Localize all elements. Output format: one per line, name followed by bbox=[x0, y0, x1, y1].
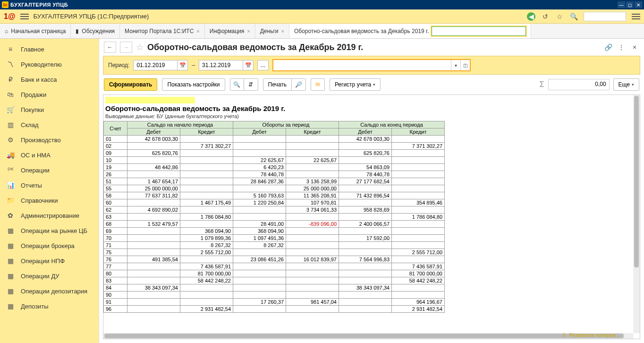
email-button[interactable]: ✉ bbox=[311, 78, 325, 91]
org-filter-input[interactable] bbox=[273, 60, 451, 70]
sidebar-icon: ≡ bbox=[7, 45, 14, 53]
table-row[interactable]: 8358 442 248,2258 442 248,22 bbox=[104, 277, 445, 284]
register-button[interactable]: Регистр учета ▾ bbox=[330, 78, 381, 91]
show-settings-button[interactable]: Показать настройки bbox=[162, 78, 225, 91]
sidebar-label: Покупки bbox=[21, 106, 44, 113]
tab-discuss[interactable]: ▮ Обсуждения bbox=[71, 24, 120, 38]
favorite-star-icon[interactable]: ☆ bbox=[136, 42, 144, 52]
table-row[interactable]: 90 bbox=[104, 292, 445, 299]
sidebar-item[interactable]: ▦Операции ДУ bbox=[0, 268, 99, 283]
close-tab-icon[interactable]: × bbox=[281, 28, 284, 34]
more-button[interactable]: Еще ▾ bbox=[613, 78, 639, 91]
table-row[interactable]: 631 786 084,801 786 084,80 bbox=[104, 214, 445, 221]
history-icon[interactable]: ↺ bbox=[541, 12, 550, 21]
forward-button[interactable]: → bbox=[120, 42, 132, 53]
table-row[interactable]: 5525 000 000,0025 000 000,00 bbox=[104, 185, 445, 192]
sidebar-item[interactable]: 〽Руководителю bbox=[0, 57, 99, 72]
calendar-icon[interactable]: 📅 bbox=[243, 60, 254, 70]
dropdown-icon[interactable]: ▾ bbox=[451, 60, 460, 70]
scrollbar-vertical[interactable] bbox=[633, 95, 640, 333]
sidebar-label: Главное bbox=[21, 46, 44, 53]
star-icon[interactable]: ☆ bbox=[555, 12, 564, 21]
calendar-icon[interactable]: 📅 bbox=[178, 60, 188, 70]
settings-menu-icon[interactable] bbox=[632, 14, 640, 19]
sidebar-item[interactable]: ≡Главное bbox=[0, 42, 99, 57]
sidebar-item[interactable]: ▦Депозиты bbox=[0, 299, 99, 314]
sidebar-item[interactable]: ₽Банк и касса bbox=[0, 72, 99, 87]
sidebar-item[interactable]: ▦Операции депозитария bbox=[0, 283, 99, 299]
sidebar-item[interactable]: 📁Справочники bbox=[0, 193, 99, 208]
table-row[interactable]: 0142 678 003,3042 678 003,30 bbox=[104, 136, 445, 143]
tab-home[interactable]: ⌂ Начальная страница bbox=[0, 24, 71, 38]
find-button[interactable]: 🔍 bbox=[230, 78, 244, 91]
table-row[interactable]: 962 931 482,542 931 482,54 bbox=[104, 306, 445, 313]
tab-active-report[interactable]: Оборотно-сальдовая ведомость за Декабрь … bbox=[289, 24, 531, 38]
form-button[interactable]: Сформировать bbox=[104, 78, 157, 91]
table-row[interactable]: 09625 820,76625 820,76 bbox=[104, 150, 445, 157]
sidebar-label: Руководителю bbox=[21, 61, 62, 68]
table-row[interactable]: 5877 637 311,825 160 793,6311 365 208,91… bbox=[104, 192, 445, 199]
tab-search-input[interactable] bbox=[432, 26, 526, 36]
menu-icon[interactable] bbox=[20, 14, 29, 19]
sidebar-item[interactable]: ⚙Производство bbox=[0, 132, 99, 147]
preview-button[interactable]: 🔎 bbox=[292, 78, 306, 91]
table-row[interactable]: 777 436 587,917 436 587,91 bbox=[104, 263, 445, 270]
sidebar-item[interactable]: 🛒Покупки bbox=[0, 102, 99, 117]
minimize-icon[interactable]: — bbox=[618, 1, 625, 8]
search-icon[interactable]: 🔍 bbox=[569, 12, 578, 21]
sidebar-item[interactable]: ▦Операции на рынке ЦБ bbox=[0, 223, 99, 238]
table-row[interactable]: 752 555 712,002 555 712,00 bbox=[104, 249, 445, 256]
table-row[interactable]: 1948 442,866 420,2354 863,09 bbox=[104, 164, 445, 171]
kebab-icon[interactable]: ⋮ bbox=[617, 43, 626, 52]
table-row[interactable]: 718 267,328 267,32 bbox=[104, 242, 445, 249]
table-row[interactable]: 1022 625,6722 625,67 bbox=[104, 157, 445, 164]
table-row[interactable]: 601 467 175,491 220 250,84107 970,81354 … bbox=[104, 199, 445, 206]
sidebar-icon: 〽 bbox=[7, 60, 14, 68]
period-picker-button[interactable]: … bbox=[257, 60, 269, 70]
global-search-input[interactable] bbox=[584, 12, 626, 21]
table-row[interactable]: 624 692 890,023 734 061,33958 828,69 bbox=[104, 206, 445, 214]
sidebar-label: Операции депозитария bbox=[21, 288, 87, 295]
sidebar-item[interactable]: ᴰᴷОперации bbox=[0, 163, 99, 178]
expand-button[interactable]: ⇵ bbox=[244, 78, 258, 91]
close-page-icon[interactable]: × bbox=[630, 43, 639, 52]
open-ref-icon[interactable]: ◫ bbox=[460, 60, 470, 70]
sidebar-item[interactable]: 🛍Продажи bbox=[0, 87, 99, 102]
table-row[interactable]: 027 371 302,277 371 302,27 bbox=[104, 143, 445, 150]
tab-info[interactable]: Информация × bbox=[205, 24, 255, 38]
sidebar-icon: ▦ bbox=[7, 257, 14, 265]
table-row[interactable]: 511 467 654,1728 846 287,363 136 258,992… bbox=[104, 178, 445, 185]
table-row[interactable]: 8081 700 000,0081 700 000,00 bbox=[104, 270, 445, 277]
table-row[interactable]: 2678 440,7878 440,78 bbox=[104, 171, 445, 178]
close-icon[interactable]: ✕ bbox=[635, 1, 642, 8]
close-tab-icon[interactable]: × bbox=[247, 28, 250, 34]
date-to-input[interactable] bbox=[199, 60, 243, 70]
sidebar-icon: ✿ bbox=[7, 212, 14, 219]
table-row[interactable]: 681 532 479,5728 491,00-839 096,002 400 … bbox=[104, 221, 445, 228]
sidebar-item[interactable]: 📊Отчеты bbox=[0, 178, 99, 193]
sum-icon: Σ bbox=[540, 80, 544, 89]
date-from-input[interactable] bbox=[133, 60, 178, 70]
sidebar-icon: 🛒 bbox=[7, 106, 14, 113]
sidebar-item[interactable]: ✿Администрирование bbox=[0, 208, 99, 223]
table-row[interactable]: 701 079 899,361 097 491,3617 592,00 bbox=[104, 235, 445, 242]
tab-monitor[interactable]: Монитор Портала 1С:ИТС × bbox=[120, 24, 205, 38]
table-row[interactable]: 9117 260,37981 457,04964 196,67 bbox=[104, 299, 445, 306]
table-row[interactable]: 8438 343 097,3438 343 097,34 bbox=[104, 284, 445, 292]
tab-money[interactable]: Деньги × bbox=[255, 24, 289, 38]
sidebar-item[interactable]: 🚚ОС и НМА bbox=[0, 147, 99, 163]
link-icon[interactable]: 🔗 bbox=[603, 43, 613, 52]
print-button[interactable]: Печать bbox=[263, 78, 292, 91]
scrollbar-horizontal[interactable] bbox=[103, 333, 633, 339]
maximize-icon[interactable]: ◻ bbox=[626, 1, 634, 8]
close-tab-icon[interactable]: × bbox=[196, 28, 199, 34]
table-row[interactable]: 69368 094,90368 094,90 bbox=[104, 228, 445, 235]
sidebar-item[interactable]: ▦Операции брокера bbox=[0, 238, 99, 253]
period-label: Период: bbox=[108, 62, 129, 69]
table-row[interactable]: 76491 385,5423 086 451,2616 012 839,977 … bbox=[104, 256, 445, 263]
back-button[interactable]: ← bbox=[104, 42, 116, 53]
sidebar-item[interactable]: ▥Склад bbox=[0, 117, 99, 132]
sidebar-item[interactable]: ▦Операции НПФ bbox=[0, 253, 99, 268]
notification-icon[interactable]: ◀ bbox=[527, 12, 535, 21]
sidebar-label: Склад bbox=[21, 121, 39, 129]
